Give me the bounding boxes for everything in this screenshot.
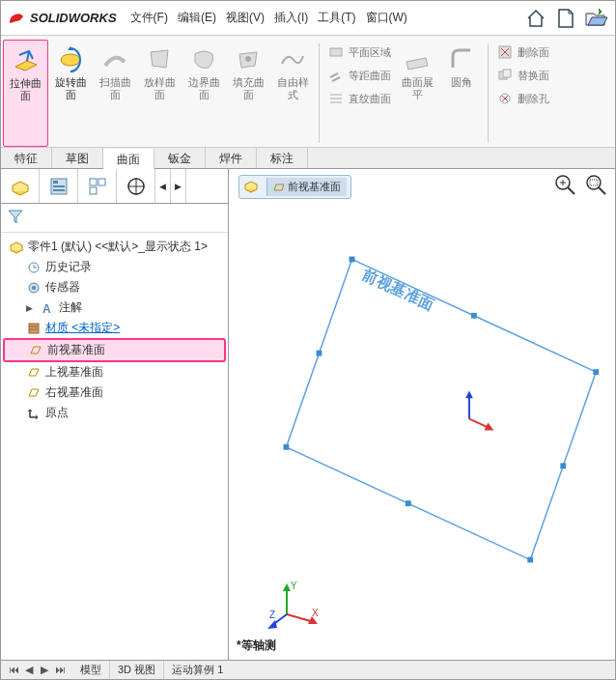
nav-next-icon[interactable]: ▶ — [38, 664, 51, 676]
svg-point-0 — [61, 54, 80, 66]
tree-top-plane[interactable]: 上视基准面 — [3, 362, 226, 382]
tab-sheet-metal[interactable]: 钣金 — [154, 148, 206, 168]
breadcrumb-plane[interactable]: 前视基准面 — [266, 178, 347, 196]
new-doc-icon[interactable] — [555, 7, 576, 30]
svg-rect-12 — [98, 179, 105, 185]
freeform-button[interactable]: 自由样 式 — [270, 40, 315, 147]
ruled-surface-button[interactable]: 直纹曲面 — [327, 88, 391, 109]
fill-surface-button[interactable]: 填充曲 面 — [226, 40, 270, 147]
tree-material[interactable]: 材质 <未指定> — [3, 318, 226, 338]
boundary-surface-icon — [188, 43, 219, 74]
fill-surface-label: 填充曲 面 — [233, 76, 265, 101]
bottom-tab-3dview[interactable]: 3D 视图 — [109, 661, 163, 679]
dimxpert-tab[interactable] — [117, 169, 155, 203]
replace-face-button[interactable]: 替换面 — [496, 65, 549, 86]
quick-access — [524, 7, 609, 30]
delete-face-button[interactable]: 删除面 — [496, 42, 549, 63]
ribbon-small-column-2: 删除面 替换面 删除孔 — [492, 40, 553, 147]
svg-marker-31 — [286, 259, 596, 559]
tree-origin[interactable]: 原点 — [3, 403, 226, 423]
tree-annotations[interactable]: ▶ A 注解 — [3, 298, 226, 318]
plane-geometry: 前视基准面 — [267, 198, 605, 621]
tree-sensors[interactable]: 传感器 — [3, 277, 226, 298]
svg-rect-21 — [29, 324, 39, 333]
planar-region-icon — [327, 43, 345, 61]
svg-rect-13 — [90, 187, 97, 194]
breadcrumb[interactable]: 前视基准面 — [238, 175, 351, 199]
open-folder-icon[interactable] — [584, 7, 609, 30]
svg-rect-33 — [593, 369, 599, 375]
surface-flatten-label: 曲面展 平 — [402, 76, 434, 101]
extrude-surface-button[interactable]: 拉伸曲 面 — [3, 40, 48, 147]
delete-hole-button[interactable]: 删除孔 — [496, 88, 549, 109]
svg-rect-39 — [317, 351, 322, 356]
ribbon: 拉伸曲 面 旋转曲 面 扫描曲 面 放样曲 面 边界曲 面 填充曲 面 自由样 … — [1, 36, 615, 148]
tree-filter[interactable] — [1, 204, 228, 233]
isometric-plane: 前视基准面 — [267, 198, 605, 621]
revolve-surface-button[interactable]: 旋转曲 面 — [48, 40, 93, 147]
tab-sketch[interactable]: 草图 — [52, 148, 103, 168]
configuration-manager-tab[interactable] — [78, 169, 117, 203]
svg-rect-30 — [590, 180, 598, 185]
side-panel-nav-right[interactable]: ▶ — [171, 169, 186, 203]
configuration-icon — [87, 176, 108, 197]
tree-right-plane[interactable]: 右视基准面 — [3, 382, 226, 403]
bottom-tab-model[interactable]: 模型 — [72, 661, 109, 679]
tree-history[interactable]: 历史记录 — [3, 257, 226, 277]
swept-surface-icon — [99, 43, 130, 74]
plane-icon — [26, 385, 42, 401]
view-triad[interactable]: Y X Z — [267, 576, 325, 637]
viewport-toolbar — [553, 173, 609, 198]
swept-surface-button[interactable]: 扫描曲 面 — [93, 40, 137, 147]
nav-first-icon[interactable]: ⏮ — [7, 664, 20, 676]
fill-surface-icon — [233, 43, 264, 74]
offset-surface-button[interactable]: 等距曲面 — [327, 65, 391, 86]
menu-view[interactable]: 视图(V) — [222, 8, 268, 28]
feature-tree-tab[interactable] — [1, 169, 40, 203]
tab-annotations[interactable]: 标注 — [257, 148, 308, 168]
bottom-tab-nav: ⏮ ◀ ▶ ⏭ — [1, 664, 72, 676]
solidworks-logo-icon — [7, 9, 26, 28]
svg-rect-32 — [350, 257, 355, 263]
planar-region-button[interactable]: 平面区域 — [327, 42, 391, 63]
nav-last-icon[interactable]: ⏭ — [53, 664, 67, 676]
svg-rect-5 — [503, 70, 511, 77]
tree-front-plane[interactable]: 前视基准面 — [3, 338, 226, 362]
nav-prev-icon[interactable]: ◀ — [22, 664, 36, 676]
boundary-surface-button[interactable]: 边界曲 面 — [182, 40, 226, 147]
view-orientation-label: *等轴测 — [237, 638, 276, 654]
extrude-surface-label: 拉伸曲 面 — [10, 77, 42, 102]
expand-icon[interactable]: ▶ — [26, 303, 36, 313]
feature-manager-panel: ◀ ▶ 零件1 (默认) <<默认>_显示状态 1> 历史记录 传感器 ▶ A … — [1, 169, 229, 660]
zoom-area-icon[interactable] — [584, 173, 609, 198]
bottom-tab-motion[interactable]: 运动算例 1 — [163, 661, 231, 679]
freeform-icon — [277, 43, 308, 74]
graphics-viewport[interactable]: 前视基准面 前视基准面 — [229, 169, 615, 660]
menu-tools[interactable]: 工具(T) — [314, 8, 359, 28]
side-panel-nav-left[interactable]: ◀ — [155, 169, 171, 203]
loft-surface-button[interactable]: 放样曲 面 — [137, 40, 182, 147]
menu-edit[interactable]: 编辑(E) — [174, 8, 220, 28]
svg-text:前视基准面: 前视基准面 — [359, 266, 437, 314]
tab-weldments[interactable]: 焊件 — [206, 148, 257, 168]
tab-features[interactable]: 特征 — [1, 148, 52, 168]
surface-flatten-button[interactable]: 曲面展 平 — [395, 40, 439, 147]
menu-window[interactable]: 窗口(W) — [362, 8, 411, 28]
svg-line-29 — [599, 187, 605, 194]
menu-bar: SOLIDWORKS 文件(F) 编辑(E) 视图(V) 插入(I) 工具(T)… — [1, 1, 615, 36]
fillet-button[interactable]: 圆角 — [439, 40, 484, 147]
tree-root[interactable]: 零件1 (默认) <<默认>_显示状态 1> — [3, 237, 226, 257]
loft-surface-label: 放样曲 面 — [144, 76, 176, 101]
zoom-in-icon[interactable] — [553, 173, 578, 198]
tab-surfaces[interactable]: 曲面 — [103, 149, 154, 169]
menu-insert[interactable]: 插入(I) — [270, 8, 312, 28]
origin-icon — [26, 406, 42, 421]
content-area: ◀ ▶ 零件1 (默认) <<默认>_显示状态 1> 历史记录 传感器 ▶ A … — [1, 169, 615, 660]
menu-file[interactable]: 文件(F) — [126, 8, 172, 28]
home-icon[interactable] — [524, 7, 547, 30]
svg-marker-46 — [283, 583, 291, 591]
svg-marker-42 — [465, 391, 473, 399]
property-manager-tab[interactable] — [40, 169, 78, 203]
boundary-surface-label: 边界曲 面 — [188, 76, 220, 101]
plane-icon — [28, 343, 43, 358]
